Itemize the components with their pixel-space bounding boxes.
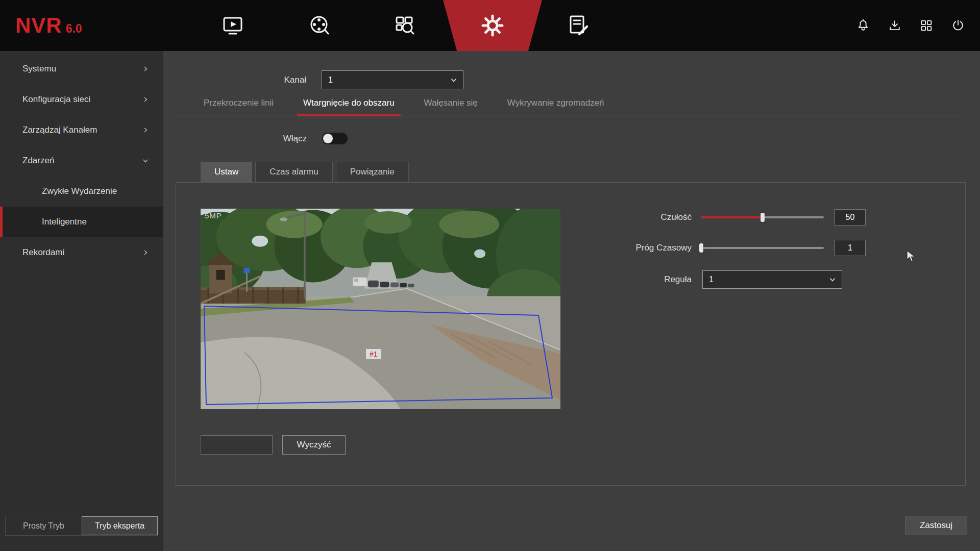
sidebar-item-label: Inteligentne <box>42 217 87 227</box>
apps-grid-icon[interactable] <box>919 18 934 33</box>
tab-wtargniecie-do-obszaru[interactable]: Wtargnięcie do obszaru <box>297 98 401 116</box>
toggle-knob <box>323 134 333 143</box>
app-logo: NVR 6.0 <box>15 13 82 38</box>
clear-button[interactable]: Wyczyść <box>282 435 346 455</box>
slider-handle[interactable] <box>699 243 703 253</box>
subtab-powiazanie[interactable]: Powiązanie <box>336 162 409 182</box>
chevron-down-icon <box>828 276 837 284</box>
power-icon[interactable] <box>950 18 966 33</box>
slider-track <box>701 247 824 249</box>
sidebar-item-zarzadzaj-kanalem[interactable]: Zarządzaj Kanałem <box>0 115 163 145</box>
sidebar-item-systemu[interactable]: Systemu <box>0 54 163 84</box>
settings-subtabs: Ustaw Czas alarmu Powiązanie <box>201 162 412 182</box>
sensitivity-value-input[interactable] <box>835 209 866 226</box>
smart-search-icon <box>393 13 417 38</box>
tab-walesanie-sie[interactable]: Wałęsanie się <box>418 98 484 116</box>
sidebar: Systemu Konfiguracja sieci Zarządzaj Kan… <box>0 51 163 551</box>
rule-select-value: 1 <box>709 275 714 284</box>
channel-label: Kanał <box>225 70 306 89</box>
tabs-divider <box>176 116 966 116</box>
sidebar-item-label: Systemu <box>22 64 56 74</box>
notification-bell-icon[interactable] <box>855 18 871 33</box>
channel-select[interactable]: 1 <box>322 70 463 89</box>
rule-label: Reguła <box>590 270 692 289</box>
sidebar-item-inteligentne[interactable]: Inteligentne <box>0 207 163 237</box>
sidebar-item-label: Zarządzaj Kanałem <box>22 125 97 135</box>
sensitivity-slider[interactable] <box>701 211 824 223</box>
settings-icon <box>480 13 505 38</box>
enable-label: Włącz <box>225 132 307 145</box>
nav-live-view[interactable] <box>217 0 248 51</box>
time-threshold-value-input[interactable] <box>835 240 866 256</box>
detection-tabs: Przekroczenie linii Wtargnięcie do obsza… <box>198 98 610 116</box>
sidebar-item-label: Zwykłe Wydarzenie <box>42 186 117 196</box>
time-threshold-label: Próg Czasowy <box>590 240 692 256</box>
nav-maintenance[interactable] <box>563 0 594 51</box>
chevron-down-icon <box>450 76 458 84</box>
brand-version: 6.0 <box>66 22 82 36</box>
sensitivity-label: Czułość <box>590 209 692 226</box>
apply-button[interactable]: Zastosuj <box>905 516 967 535</box>
brand-text: NVR <box>15 13 62 38</box>
sidebar-item-label: Zdarzeń <box>22 156 54 166</box>
sidebar-item-label: Rekordami <box>22 247 64 258</box>
sidebar-item-zwykle-wydarzenie[interactable]: Zwykłe Wydarzenie <box>0 176 163 207</box>
nav-playback[interactable] <box>304 0 334 51</box>
mode-switch: Prosty Tryb Tryb eksperta <box>5 516 158 536</box>
topbar: NVR 6.0 <box>0 0 980 51</box>
nav-smart-search[interactable] <box>389 0 420 51</box>
simple-mode-button[interactable]: Prosty Tryb <box>6 516 82 535</box>
sidebar-item-konfiguracja-sieci[interactable]: Konfiguracja sieci <box>0 84 163 115</box>
draw-zone-box[interactable] <box>201 435 273 455</box>
chevron-right-icon <box>142 127 149 134</box>
slider-fill <box>701 216 763 218</box>
chevron-down-icon <box>142 157 149 164</box>
sidebar-item-label: Konfiguracja sieci <box>22 94 90 105</box>
system-icons <box>855 0 966 51</box>
playback-icon <box>307 13 331 38</box>
main-content: Kanał 1 Przekroczenie linii Wtargnięcie … <box>163 51 980 551</box>
sidebar-item-rekordami[interactable]: Rekordami <box>0 237 163 268</box>
sidebar-item-zdarzen[interactable]: Zdarzeń <box>0 145 163 176</box>
nav-settings[interactable] <box>443 0 542 51</box>
chevron-right-icon <box>142 65 149 72</box>
chevron-right-icon <box>142 96 149 103</box>
enable-toggle[interactable] <box>322 132 348 145</box>
subtab-czas-alarmu[interactable]: Czas alarmu <box>255 162 332 182</box>
resolution-badge: 5MP <box>205 211 222 220</box>
maintenance-icon <box>566 13 591 38</box>
chevron-right-icon <box>142 249 149 256</box>
tab-wykrywanie-zgromadzen[interactable]: Wykrywanie zgromadzeń <box>501 98 610 116</box>
video-preview[interactable]: 5MP #1 <box>201 209 560 409</box>
expert-mode-button[interactable]: Tryb eksperta <box>82 516 158 535</box>
tab-przekroczenie-linii[interactable]: Przekroczenie linii <box>198 98 280 116</box>
intrusion-zone-overlay <box>201 209 560 409</box>
zone-label: #1 <box>366 349 381 359</box>
subtab-ustaw[interactable]: Ustaw <box>201 162 252 182</box>
live-view-icon <box>220 13 245 38</box>
download-icon[interactable] <box>887 18 902 33</box>
time-threshold-slider[interactable] <box>701 242 824 254</box>
rule-select[interactable]: 1 <box>702 270 842 289</box>
channel-select-value: 1 <box>328 76 333 85</box>
slider-handle[interactable] <box>761 213 765 222</box>
